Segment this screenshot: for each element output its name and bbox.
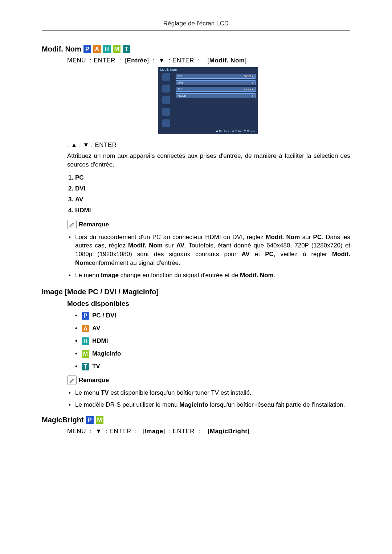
footer-rule xyxy=(42,534,350,534)
osd-list: PCVCR ▸ DVI- - - - ▸ AV- - - - ▸ HDMI- -… xyxy=(174,71,258,129)
section-title: MagicBright xyxy=(42,416,84,424)
note-icon xyxy=(67,376,77,385)
remarque-list-2: Le menu TV est disponible lorsqu'un boît… xyxy=(67,389,350,410)
list-item: PC xyxy=(75,174,350,181)
mode-item: A AV xyxy=(75,325,350,332)
mode-icon-a: A xyxy=(93,45,101,53)
osd-row: DVI- - - - ▸ xyxy=(176,80,256,85)
note-item: Le menu TV est disponible lorsqu'un boît… xyxy=(75,389,350,397)
mode-icon-h: H xyxy=(82,337,89,345)
mode-icon-p: P xyxy=(83,45,91,53)
note-item: Le modèle DR-S peut utiliser le menu Mag… xyxy=(75,401,350,409)
list-item: HDMI xyxy=(75,207,350,214)
mode-item: M MagicInfo xyxy=(75,350,350,358)
modes-list: P PC / DVI A AV H HDMI M MagicInfo T TV xyxy=(67,312,350,370)
osd-row: HDMI- - - - ▸ xyxy=(176,93,256,98)
remarque-list: Lors du raccordement d'un PC au connecte… xyxy=(67,233,350,280)
mode-icon-h: H xyxy=(103,45,111,53)
note-item: Lors du raccordement d'un PC au connecte… xyxy=(75,233,350,267)
mode-item: P PC / DVI xyxy=(75,312,350,320)
mode-icon-t: T xyxy=(82,363,89,370)
osd-sidebar xyxy=(158,71,174,129)
mode-item: T TV xyxy=(75,363,350,370)
note-item: Le menu Image change en fonction du sign… xyxy=(75,271,350,280)
nav-path-2: : ▲ , ▼ : ENTER xyxy=(67,141,350,149)
osd-row: AV- - - - ▸ xyxy=(176,87,256,92)
modes-heading: Modes disponibles xyxy=(67,300,350,308)
osd-footer: ◆ Déplacer ⏎ Entrer ↶ Retour xyxy=(158,129,258,134)
nav-path-3: MENU : ▼ : ENTER : [Image] : ENTER : [Ma… xyxy=(67,428,350,435)
list-item: AV xyxy=(75,196,350,203)
section-title: Modif. Nom xyxy=(42,45,81,53)
osd-row: PCVCR ▸ xyxy=(176,74,256,79)
remarque-heading-2: Remarque xyxy=(67,376,350,385)
section-modif-nom: Modif. Nom P A H M T xyxy=(42,45,350,53)
remarque-heading: Remarque xyxy=(67,220,350,229)
mode-icon-t: T xyxy=(123,45,130,53)
section-image: Image [Mode PC / DVI / MagicInfo] xyxy=(42,288,350,296)
mode-icon-m: M xyxy=(96,416,103,424)
nav-path-1: MENU : ENTER : [Entrée] : ▼ : ENTER : [M… xyxy=(67,57,350,64)
note-icon xyxy=(67,220,77,229)
list-item: DVI xyxy=(75,185,350,192)
mode-icon-p: P xyxy=(86,416,94,424)
page-title: Règlage de l'écran LCD xyxy=(42,20,350,30)
osd-title: Modif. Nom xyxy=(158,67,258,71)
mode-icon-m: M xyxy=(113,45,121,53)
mode-icon-p: P xyxy=(82,312,89,320)
input-list: PC DVI AV HDMI xyxy=(67,174,350,214)
mode-item: H HDMI xyxy=(75,337,350,345)
mode-icon-m: M xyxy=(82,350,89,358)
intro-paragraph: Attribuez un nom aux appareils connectés… xyxy=(67,152,350,169)
section-magicbright: MagicBright P M xyxy=(42,416,350,424)
mode-icon-a: A xyxy=(82,325,89,332)
osd-screenshot: Modif. Nom PCVCR ▸ DVI- - - - ▸ AV- - - … xyxy=(158,67,258,134)
